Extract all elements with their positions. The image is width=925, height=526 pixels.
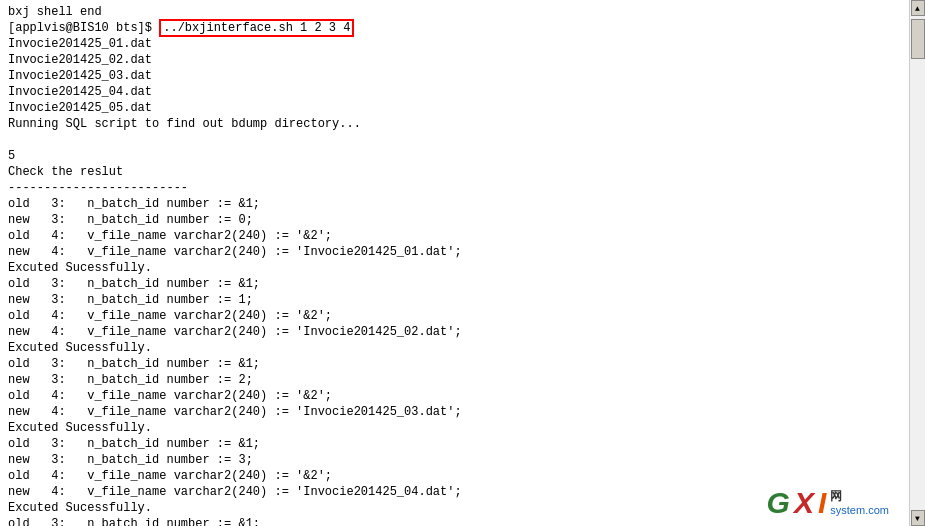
terminal-line: Excuted Sucessfully. <box>8 260 901 276</box>
terminal-line: old 4: v_file_name varchar2(240) := '&2'… <box>8 468 901 484</box>
terminal-line: new 3: n_batch_id number := 3; <box>8 452 901 468</box>
terminal-line: new 3: n_batch_id number := 1; <box>8 292 901 308</box>
terminal-line: ------------------------- <box>8 180 901 196</box>
terminal[interactable]: bxj shell end [applvis@BIS10 bts]$ ../bx… <box>0 0 909 526</box>
terminal-line: new 3: n_batch_id number := 2; <box>8 372 901 388</box>
watermark-net-char: 网 <box>830 489 889 503</box>
scrollbar-thumb[interactable] <box>911 19 925 59</box>
terminal-line: 5 <box>8 148 901 164</box>
terminal-line: Invocie201425_02.dat <box>8 52 901 68</box>
terminal-line: Running SQL script to find out bdump dir… <box>8 116 901 132</box>
terminal-line: Invocie201425_04.dat <box>8 84 901 100</box>
terminal-line: Invocie201425_05.dat <box>8 100 901 116</box>
watermark-text-block: 网 system.com <box>830 489 889 517</box>
watermark-g: G <box>767 486 790 520</box>
scrollbar-up-button[interactable]: ▲ <box>911 0 925 16</box>
watermark-site: system.com <box>830 504 889 517</box>
terminal-line: Check the reslut <box>8 164 901 180</box>
terminal-line: new 4: v_file_name varchar2(240) := 'Inv… <box>8 404 901 420</box>
watermark-x: X <box>794 486 814 520</box>
terminal-line: old 3: n_batch_id number := &1; <box>8 436 901 452</box>
watermark: G X I 网 system.com <box>767 486 889 520</box>
watermark-i: I <box>818 486 826 520</box>
prompt: [applvis@BIS10 bts]$ <box>8 21 159 35</box>
terminal-line: new 3: n_batch_id number := 0; <box>8 212 901 228</box>
terminal-line: Invocie201425_01.dat <box>8 36 901 52</box>
terminal-line: old 4: v_file_name varchar2(240) := '&2'… <box>8 228 901 244</box>
main-container: bxj shell end [applvis@BIS10 bts]$ ../bx… <box>0 0 925 526</box>
command-highlighted: ../bxjinterface.sh 1 2 3 4 <box>159 19 354 37</box>
terminal-line: Excuted Sucessfully. <box>8 340 901 356</box>
terminal-line: [applvis@BIS10 bts]$ ../bxjinterface.sh … <box>8 20 901 36</box>
terminal-line: old 3: n_batch_id number := &1; <box>8 196 901 212</box>
terminal-line: old 3: n_batch_id number := &1; <box>8 276 901 292</box>
terminal-line: old 4: v_file_name varchar2(240) := '&2'… <box>8 388 901 404</box>
terminal-line <box>8 132 901 148</box>
terminal-line: new 4: v_file_name varchar2(240) := 'Inv… <box>8 244 901 260</box>
terminal-line: new 4: v_file_name varchar2(240) := 'Inv… <box>8 324 901 340</box>
scrollbar-down-button[interactable]: ▼ <box>911 510 925 526</box>
terminal-line: old 4: v_file_name varchar2(240) := '&2'… <box>8 308 901 324</box>
terminal-line: Excuted Sucessfully. <box>8 420 901 436</box>
terminal-line: old 3: n_batch_id number := &1; <box>8 356 901 372</box>
terminal-line: bxj shell end <box>8 4 901 20</box>
scrollbar[interactable]: ▲ ▼ <box>909 0 925 526</box>
terminal-line: Invocie201425_03.dat <box>8 68 901 84</box>
